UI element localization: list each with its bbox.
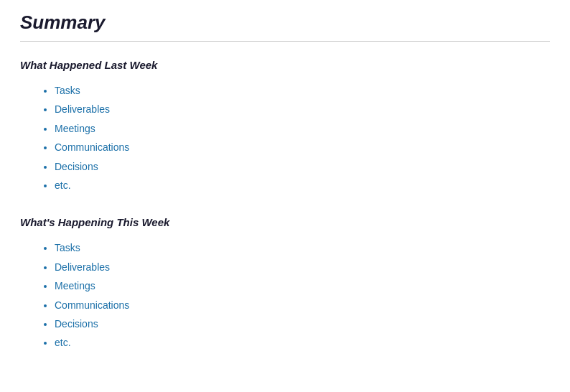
list-item: Communications (55, 297, 550, 313)
list-item: Deliverables (55, 101, 550, 117)
last-week-heading: What Happened Last Week (20, 59, 550, 71)
this-week-section: What's Happening This Week Tasks Deliver… (20, 216, 550, 350)
list-item: etc. (55, 177, 550, 193)
list-item: etc. (55, 335, 550, 350)
this-week-heading: What's Happening This Week (20, 216, 550, 228)
list-item: Meetings (55, 278, 550, 294)
page-title: Summary (20, 11, 550, 34)
list-item: Decisions (55, 159, 550, 174)
list-item: Tasks (55, 83, 550, 98)
this-week-list: Tasks Deliverables Meetings Communicatio… (20, 240, 550, 350)
list-item: Meetings (55, 121, 550, 136)
last-week-section: What Happened Last Week Tasks Deliverabl… (20, 59, 550, 193)
list-item: Communications (55, 139, 550, 155)
list-item: Decisions (55, 316, 550, 332)
title-divider (20, 41, 550, 42)
list-item: Tasks (55, 240, 550, 256)
list-item: Deliverables (55, 259, 550, 275)
last-week-list: Tasks Deliverables Meetings Communicatio… (20, 83, 550, 193)
